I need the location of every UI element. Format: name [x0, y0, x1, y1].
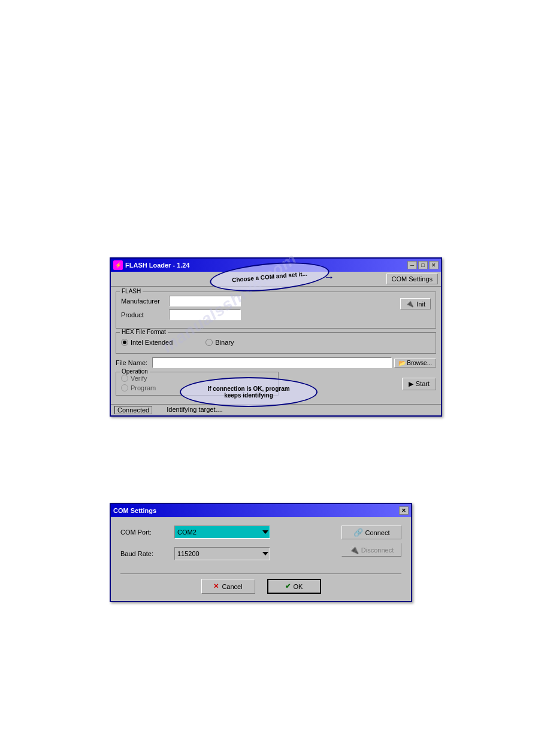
connect-icon: 🔗: [353, 528, 363, 537]
init-label: Init: [416, 300, 425, 308]
hex-format-group: HEX File Format Intel Extended Binary: [116, 332, 436, 354]
program-label: Program: [131, 384, 156, 391]
hex-options-row: Intel Extended Binary: [121, 336, 431, 348]
disconnect-icon: 🔌: [349, 545, 359, 554]
browse-button[interactable]: 📂 Browse...: [394, 359, 436, 368]
intel-extended-radio[interactable]: [121, 339, 128, 346]
baud-rate-row: Baud Rate: 115200: [120, 547, 332, 560]
com-port-row: COM Port: COM2: [120, 526, 332, 539]
com-port-select-wrapper: COM2: [174, 526, 270, 539]
intel-extended-option[interactable]: Intel Extended: [121, 339, 173, 346]
start-label: Start: [416, 380, 430, 387]
intel-extended-label: Intel Extended: [131, 339, 173, 346]
com-port-label: COM Port:: [120, 529, 174, 536]
com-action-buttons: 🔗 Connect 🔌 Disconnect: [341, 526, 401, 557]
baud-rate-value: 115200: [177, 550, 200, 557]
manufacturer-row: Manufacturer: [121, 296, 241, 306]
title-controls: ─ □ ✕: [407, 261, 439, 269]
product-label: Product: [121, 311, 169, 318]
com-port-arrow-icon: [262, 530, 268, 534]
minimize-button[interactable]: ─: [407, 261, 417, 269]
file-name-input[interactable]: [152, 357, 391, 368]
connect-button[interactable]: 🔗 Connect: [341, 526, 401, 539]
ok-label: OK: [294, 583, 303, 590]
program-radio[interactable]: [121, 384, 128, 391]
hex-group-label: HEX File Format: [120, 329, 168, 335]
product-input[interactable]: [169, 309, 241, 320]
init-button[interactable]: 🔌 Init: [400, 298, 431, 309]
init-icon: 🔌: [406, 300, 414, 308]
disconnect-button[interactable]: 🔌 Disconnect: [341, 543, 401, 557]
product-row: Product: [121, 309, 241, 320]
ok-check-icon: ✔: [285, 582, 291, 590]
baud-rate-arrow-icon: [262, 552, 268, 555]
com-close-button[interactable]: ✕: [399, 506, 409, 515]
browse-label: Browse...: [407, 360, 432, 366]
close-button[interactable]: ✕: [429, 261, 439, 269]
callout-connection-ok: If connection is OK, programkeeps identi…: [180, 377, 318, 407]
verify-radio[interactable]: [121, 375, 128, 382]
cancel-label: Cancel: [222, 583, 242, 590]
manufacturer-input[interactable]: [169, 296, 241, 306]
file-name-label: File Name:: [116, 359, 147, 366]
ok-button[interactable]: ✔ OK: [267, 579, 321, 594]
com-settings-window: COM Settings ✕ COM Port: COM2 Baud R: [110, 503, 412, 602]
start-button[interactable]: ▶ Start: [402, 378, 436, 390]
verify-label: Verify: [131, 375, 147, 382]
disconnect-label: Disconnect: [361, 546, 394, 554]
flash-icon: ⚡: [113, 260, 123, 270]
flash-window-title: FLASH Loader - 1.24: [125, 262, 190, 269]
flash-group-label: FLASH: [120, 288, 143, 294]
connected-status: Connected: [114, 406, 152, 414]
com-settings-toolbar-button[interactable]: COM Settings: [386, 274, 438, 284]
baud-rate-select[interactable]: 115200: [174, 547, 270, 560]
file-name-row: File Name: 📂 Browse...: [116, 357, 436, 368]
operation-label: Operation: [120, 368, 150, 375]
callout-arrow-1: →: [324, 271, 334, 284]
com-port-value: COM2: [177, 529, 197, 536]
cancel-button[interactable]: ✕ Cancel: [201, 579, 255, 594]
com-port-select[interactable]: COM2: [174, 526, 270, 539]
com-window-title: COM Settings: [113, 507, 156, 514]
browse-icon: 📂: [398, 360, 406, 366]
com-bottom-buttons: ✕ Cancel ✔ OK: [120, 573, 401, 594]
maximize-button[interactable]: □: [418, 261, 428, 269]
binary-option[interactable]: Binary: [205, 339, 234, 346]
flash-group: FLASH Manufacturer Product 🔌 Init: [116, 292, 436, 329]
identifying-status: Identifying target....: [164, 406, 225, 414]
baud-rate-label: Baud Rate:: [120, 550, 174, 557]
manufacturer-label: Manufacturer: [121, 297, 169, 305]
baud-rate-select-wrapper: 115200: [174, 547, 270, 560]
connect-label: Connect: [365, 529, 390, 536]
binary-label: Binary: [215, 339, 234, 346]
title-bar-left: ⚡ FLASH Loader - 1.24: [113, 260, 190, 270]
cancel-x-icon: ✕: [213, 582, 219, 590]
com-content: COM Port: COM2 Baud Rate: 115200: [111, 517, 411, 601]
binary-radio[interactable]: [205, 339, 213, 346]
start-icon: ▶: [409, 380, 413, 388]
com-title-bar: COM Settings ✕: [111, 504, 411, 517]
